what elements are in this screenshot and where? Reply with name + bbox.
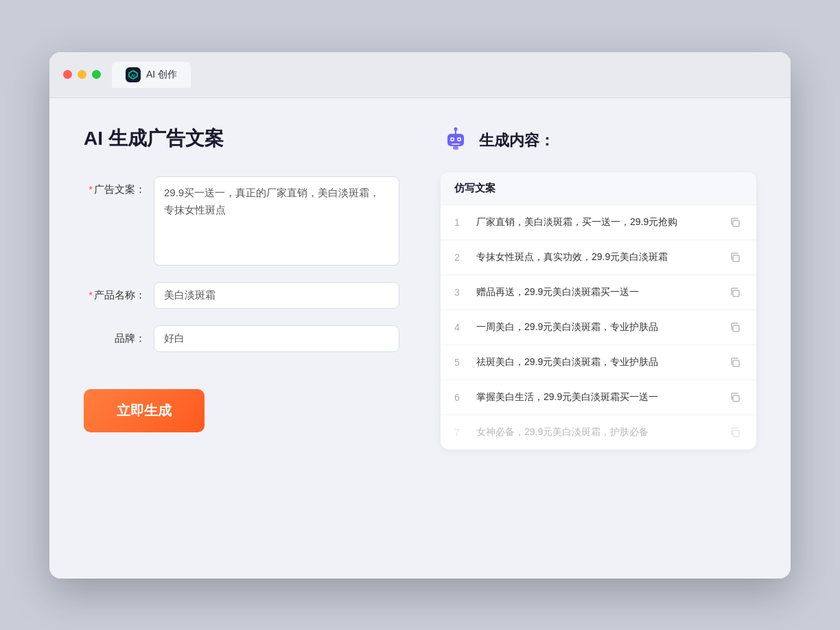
svg-point-3 — [454, 127, 458, 130]
left-panel: AI 生成广告文案 *广告文案： 29.9买一送一，真正的厂家直销，美白淡斑霜，… — [84, 126, 399, 551]
ai-tab-icon: AI — [126, 67, 141, 82]
table-row[interactable]: 5祛斑美白，29.9元美白淡斑霜，专业护肤品 — [441, 345, 756, 380]
row-text: 一周美白，29.9元美白淡斑霜，专业护肤品 — [476, 320, 719, 334]
svg-rect-12 — [733, 255, 739, 261]
copy-icon[interactable] — [727, 285, 743, 300]
right-title: 生成内容： — [479, 130, 555, 151]
table-header: 仿写文案 — [441, 172, 756, 205]
close-button[interactable] — [63, 70, 72, 79]
row-text: 祛斑美白，29.9元美白淡斑霜，专业护肤品 — [476, 355, 719, 369]
svg-rect-11 — [733, 220, 739, 226]
svg-rect-15 — [733, 360, 739, 366]
right-panel: 生成内容： 仿写文案 1厂家直销，美白淡斑霜，买一送一，29.9元抢购 2专抹女… — [441, 126, 756, 551]
row-number: 5 — [454, 357, 468, 368]
main-content: AI 生成广告文案 *广告文案： 29.9买一送一，真正的厂家直销，美白淡斑霜，… — [49, 98, 791, 579]
brand-input[interactable]: 好白 — [154, 325, 399, 352]
results-list: 1厂家直销，美白淡斑霜，买一送一，29.9元抢购 2专抹女性斑点，真实功效，29… — [441, 205, 756, 450]
copy-icon[interactable] — [727, 215, 743, 230]
svg-rect-14 — [733, 325, 739, 331]
page-title: AI 生成广告文案 — [84, 126, 399, 152]
row-text: 掌握美白生活，29.9元美白淡斑霜买一送一 — [476, 390, 719, 404]
required-star: * — [89, 183, 93, 195]
ad-copy-label: *广告文案： — [84, 176, 145, 196]
row-number: 1 — [454, 217, 468, 228]
row-number: 7 — [454, 427, 468, 438]
product-name-group: *产品名称： 美白淡斑霜 — [84, 282, 399, 309]
svg-point-8 — [458, 138, 460, 140]
row-number: 3 — [454, 287, 468, 298]
table-row[interactable]: 1厂家直销，美白淡斑霜，买一送一，29.9元抢购 — [441, 205, 756, 240]
required-star-2: * — [89, 289, 93, 301]
svg-rect-16 — [733, 395, 739, 401]
browser-window: AI AI 创作 AI 生成广告文案 *广告文案： 29.9买一送一，真正的厂家… — [49, 52, 791, 579]
minimize-button[interactable] — [78, 70, 86, 79]
table-row[interactable]: 6掌握美白生活，29.9元美白淡斑霜买一送一 — [441, 380, 756, 415]
copy-icon[interactable] — [727, 390, 743, 405]
table-row[interactable]: 7女神必备，29.9元美白淡斑霜，护肤必备 — [441, 415, 756, 450]
row-text: 专抹女性斑点，真实功效，29.9元美白淡斑霜 — [476, 250, 719, 264]
tab-label: AI 创作 — [146, 69, 177, 81]
row-text: 女神必备，29.9元美白淡斑霜，护肤必备 — [476, 425, 719, 439]
table-row[interactable]: 2专抹女性斑点，真实功效，29.9元美白淡斑霜 — [441, 240, 756, 275]
svg-rect-9 — [452, 143, 460, 145]
product-name-input[interactable]: 美白淡斑霜 — [154, 282, 399, 309]
svg-rect-13 — [733, 290, 739, 296]
svg-point-7 — [452, 138, 454, 140]
generate-button[interactable]: 立即生成 — [84, 389, 205, 432]
table-row[interactable]: 3赠品再送，29.9元美白淡斑霜买一送一 — [441, 275, 756, 310]
traffic-lights — [63, 70, 101, 79]
copy-icon[interactable] — [727, 320, 743, 335]
results-table: 仿写文案 1厂家直销，美白淡斑霜，买一送一，29.9元抢购 2专抹女性斑点，真实… — [441, 172, 756, 450]
svg-rect-10 — [453, 146, 458, 150]
ai-tab[interactable]: AI AI 创作 — [112, 62, 191, 88]
robot-icon — [441, 126, 471, 156]
row-text: 赠品再送，29.9元美白淡斑霜买一送一 — [476, 285, 719, 299]
maximize-button[interactable] — [92, 70, 101, 79]
brand-group: 品牌： 好白 — [84, 325, 399, 352]
product-name-label: *产品名称： — [84, 282, 145, 302]
title-bar: AI AI 创作 — [49, 52, 791, 98]
right-header: 生成内容： — [441, 126, 756, 156]
svg-text:AI: AI — [131, 73, 135, 78]
table-row[interactable]: 4一周美白，29.9元美白淡斑霜，专业护肤品 — [441, 310, 756, 345]
svg-rect-17 — [733, 430, 739, 436]
row-number: 4 — [454, 322, 468, 333]
ad-copy-group: *广告文案： 29.9买一送一，真正的厂家直销，美白淡斑霜，专抹女性斑点 — [84, 176, 399, 266]
brand-label: 品牌： — [84, 325, 145, 345]
copy-icon[interactable] — [727, 355, 743, 370]
ad-copy-input[interactable]: 29.9买一送一，真正的厂家直销，美白淡斑霜，专抹女性斑点 — [154, 176, 399, 266]
copy-icon[interactable] — [727, 425, 743, 440]
row-text: 厂家直销，美白淡斑霜，买一送一，29.9元抢购 — [476, 215, 719, 229]
row-number: 6 — [454, 392, 468, 403]
copy-icon[interactable] — [727, 250, 743, 265]
row-number: 2 — [454, 252, 468, 263]
